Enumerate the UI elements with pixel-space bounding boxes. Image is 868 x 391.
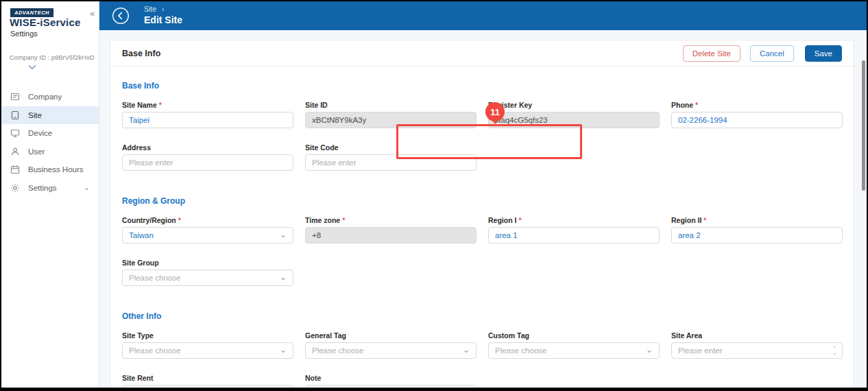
sidebar-item-site[interactable]: Site (1, 106, 99, 125)
general-tag-select[interactable]: Please choose⌄ (305, 342, 477, 359)
back-button[interactable] (112, 7, 130, 25)
field-label: Site Group (122, 259, 159, 267)
company-expand-icon[interactable] (27, 60, 37, 73)
region-1-input[interactable]: area 1 (488, 227, 660, 244)
callout-step-badge: 11 (485, 102, 505, 121)
field-label: Site ID (305, 101, 328, 109)
sidebar-item-user[interactable]: User (1, 143, 99, 161)
card-header: Base Info Delete Site Cancel Save (110, 40, 854, 67)
phone-input[interactable]: 02-2266-1994 (671, 112, 843, 128)
scrollbar-thumb[interactable] (862, 60, 865, 191)
site-id-input: xBCtN8Y9kA3y (305, 112, 477, 128)
field-site-id: Site ID xBCtN8Y9kA3y (305, 101, 477, 128)
time-zone-input: +8 (305, 227, 477, 244)
sidebar-item-business-hours[interactable]: Business Hours (1, 161, 99, 179)
form-row: Site Type Please choose⌄ General Tag Ple… (122, 331, 842, 359)
note-input[interactable]: Please enter (305, 385, 477, 388)
form-body: Base Info Site Name* Taipei Site ID xBCt… (110, 81, 854, 388)
company-icon (10, 92, 20, 102)
field-region-2: Region II* area 2 (671, 216, 843, 244)
device-icon (10, 128, 20, 138)
country-region-select[interactable]: Taiwan⌄ (122, 227, 293, 244)
save-button[interactable]: Save (805, 45, 842, 62)
sidebar-item-label: User (28, 147, 45, 156)
chevron-down-icon: ⌄ (280, 230, 287, 239)
field-label: Country/Region (122, 216, 176, 224)
region-2-input[interactable]: area 2 (671, 227, 843, 244)
form-row: Site Name* Taipei Site ID xBCtN8Y9kA3y R… (122, 101, 842, 128)
sidebar-nav: Company Site Device User (1, 88, 99, 197)
field-label: Site Name (122, 101, 157, 109)
field-site-code: Site Code Please enter (305, 143, 477, 171)
required-marker: * (159, 101, 162, 109)
sidebar-collapse-icon[interactable]: « (90, 9, 95, 19)
form-row: Address Please enter Site Code Please en… (122, 143, 842, 171)
form-row: Site Rent Please enter ⌃⌄ Note Please en… (122, 374, 842, 388)
custom-tag-select[interactable]: Please choose⌄ (488, 342, 660, 359)
cancel-button[interactable]: Cancel (750, 45, 794, 62)
field-phone: Phone* 02-2266-1994 (671, 101, 843, 128)
section-title-region-group: Region & Group (122, 196, 842, 206)
field-label: Site Type (122, 331, 154, 340)
business-hours-icon (10, 165, 20, 174)
chevron-down-icon: ⌄ (280, 345, 287, 355)
breadcrumb[interactable]: Site› (144, 5, 164, 13)
site-type-select[interactable]: Please choose⌄ (122, 342, 293, 359)
number-stepper-icon[interactable]: ⌃⌄ (832, 346, 836, 355)
form-row: Site Group Please choose⌄ (122, 259, 842, 286)
sidebar-item-label: Company (28, 93, 62, 101)
field-site-name: Site Name* Taipei (122, 101, 293, 128)
required-marker: * (518, 216, 521, 224)
breadcrumb-separator-icon: › (162, 5, 164, 13)
sidebar-item-label: Business Hours (28, 165, 84, 174)
field-label: Site Rent (122, 374, 154, 382)
page-header: Site› Edit Site (99, 1, 867, 30)
section-title-base-info: Base Info (122, 81, 842, 91)
address-input[interactable]: Please enter (122, 154, 293, 171)
settings-gear-icon (10, 183, 20, 193)
sidebar-item-label: Device (28, 129, 52, 137)
field-note: Note Please enter (305, 374, 477, 388)
field-label: Custom Tag (488, 331, 529, 340)
field-address: Address Please enter (122, 143, 293, 171)
page-title: Edit Site (144, 14, 182, 25)
field-general-tag: General Tag Please choose⌄ (305, 331, 477, 359)
scrollbar-track (860, 59, 867, 388)
field-site-rent: Site Rent Please enter ⌃⌄ (122, 374, 293, 388)
field-custom-tag: Custom Tag Please choose⌄ (488, 331, 660, 359)
field-label: Address (122, 143, 151, 152)
sidebar-item-settings[interactable]: Settings ⌄ (1, 179, 99, 198)
sidebar-item-label: Site (28, 111, 42, 119)
field-country-region: Country/Region* Taiwan⌄ (122, 216, 293, 244)
field-label: Site Area (671, 331, 702, 340)
field-label: Time zone (305, 216, 340, 224)
card-title: Base Info (122, 49, 160, 58)
field-label: Site Code (305, 143, 338, 152)
form-row: Country/Region* Taiwan⌄ Time zone* +8 Re… (122, 216, 842, 244)
brand-subtitle: Settings (10, 29, 38, 38)
field-label: Region I (488, 216, 516, 224)
settings-expand-icon: ⌄ (84, 183, 90, 192)
site-group-select[interactable]: Please choose⌄ (122, 270, 293, 286)
required-marker: * (695, 101, 698, 109)
main-content: Base Info Delete Site Cancel Save Base I… (99, 30, 867, 388)
delete-site-button[interactable]: Delete Site (683, 45, 740, 62)
company-id-text: Company ID : p9BrV5f2kHxD (10, 54, 95, 61)
chevron-down-icon: ⌄ (280, 272, 287, 282)
field-label: Note (305, 374, 321, 382)
required-marker: * (178, 216, 181, 224)
sidebar-item-company[interactable]: Company (1, 88, 99, 106)
site-code-input[interactable]: Please enter (305, 154, 477, 171)
field-label: General Tag (305, 331, 346, 340)
site-area-input[interactable]: Please enter ⌃⌄ (671, 342, 843, 359)
sidebar-item-device[interactable]: Device (1, 124, 99, 143)
site-name-input[interactable]: Taipei (122, 112, 293, 128)
app-window: ADVANTECH WISE-iService Settings « Compa… (0, 0, 868, 391)
register-key-input: waq4cG5qfs23 (488, 112, 660, 128)
section-title-other-info: Other Info (122, 311, 842, 321)
brand-title: WISE-iService (10, 16, 80, 28)
field-site-group: Site Group Please choose⌄ (122, 259, 293, 286)
base-info-card: Base Info Delete Site Cancel Save Base I… (110, 40, 854, 388)
site-rent-input[interactable]: Please enter ⌃⌄ (122, 385, 293, 388)
field-register-key: Register Key waq4cG5qfs23 (488, 101, 660, 128)
